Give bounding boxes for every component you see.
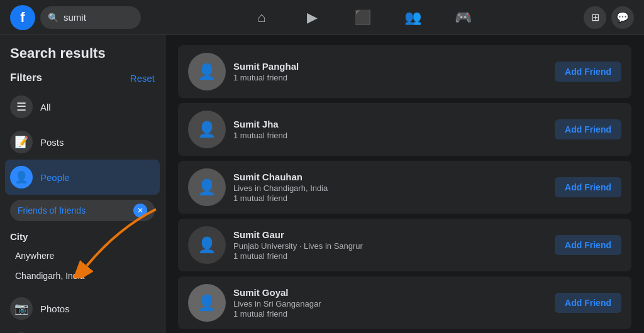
sidebar: Search results Filters Reset ☰ All 📝 Pos…: [0, 35, 165, 333]
search-input[interactable]: [64, 12, 133, 23]
search-box[interactable]: 🔍: [40, 6, 141, 29]
grid-button[interactable]: ⊞: [584, 6, 606, 29]
city-option-chandigarh[interactable]: Chandigarh, India: [10, 266, 155, 286]
avatar-2: 👤: [188, 168, 226, 206]
result-card-1: 👤 Sumit Jha 1 mutual friend Add Friend: [178, 103, 631, 156]
reset-button[interactable]: Reset: [130, 73, 155, 84]
person-info-1: Sumit Jha 1 mutual friend: [233, 119, 547, 141]
sidebar-item-posts[interactable]: 📝 Posts: [5, 124, 160, 160]
add-friend-button-1[interactable]: Add Friend: [555, 119, 621, 139]
sidebar-item-label: People: [40, 172, 70, 183]
gaming-nav-button[interactable]: 🎮: [438, 3, 488, 33]
facebook-logo[interactable]: f: [10, 5, 35, 30]
page-title: Search results: [5, 45, 160, 69]
all-icon: ☰: [10, 96, 33, 118]
filters-header: Filters Reset: [5, 69, 160, 89]
sidebar-item-photos[interactable]: 📷 Photos: [5, 291, 160, 326]
person-info-4: Sumit Goyal Lives in Sri Ganganagar 1 mu…: [233, 287, 547, 319]
sidebar-item-label: All: [40, 102, 51, 112]
nav-icons: ⌂ ▶ ⬛ 👥 🎮: [141, 3, 584, 33]
city-label: City: [10, 231, 155, 242]
result-card-3: 👤 Sumit Gaur Punjab University · Lives i…: [178, 219, 631, 271]
sidebar-item-label: Photos: [40, 303, 70, 314]
messenger-button[interactable]: 💬: [611, 6, 634, 29]
sidebar-item-people[interactable]: 👤 People: [5, 160, 160, 195]
person-info-2: Sumit Chauhan Lives in Chandigarh, India…: [233, 172, 547, 204]
sidebar-item-label: Posts: [40, 137, 64, 148]
person-detail-0: 1 mutual friend: [233, 73, 547, 82]
nav-right: ⊞ 💬: [584, 6, 634, 29]
person-detail4-detail2: 1 mutual friend: [233, 309, 547, 319]
home-nav-button[interactable]: ⌂: [236, 3, 287, 33]
friends-of-friends-label: Friends of friends: [18, 205, 86, 216]
posts-icon: 📝: [10, 131, 33, 153]
search-icon: 🔍: [48, 13, 58, 23]
add-friend-button-2[interactable]: Add Friend: [555, 177, 621, 197]
person-detail-1: 1 mutual friend: [233, 131, 547, 140]
person-name-2: Sumit Chauhan: [233, 172, 547, 182]
friends-of-friends-filter[interactable]: Friends of friends ✕: [10, 200, 155, 221]
main-layout: Search results Filters Reset ☰ All 📝 Pos…: [0, 35, 644, 333]
filters-label: Filters: [10, 72, 42, 84]
avatar-1: 👤: [188, 111, 226, 148]
person-name-0: Sumit Panghal: [233, 61, 547, 72]
photos-icon: 📷: [10, 297, 33, 320]
add-friend-button-4[interactable]: Add Friend: [555, 293, 621, 313]
people-icon: 👤: [10, 166, 33, 188]
person-detail3-detail2: 1 mutual friend: [233, 251, 547, 261]
city-section: City Anywhere Chandigarh, India: [5, 229, 160, 291]
sidebar-item-all[interactable]: ☰ All: [5, 89, 160, 124]
avatar-0: 👤: [188, 53, 226, 90]
result-card-0: 👤 Sumit Panghal 1 mutual friend Add Frie…: [178, 45, 631, 98]
person-name-3: Sumit Gaur: [233, 229, 547, 240]
top-nav: f 🔍 ⌂ ▶ ⬛ 👥 🎮 ⊞ 💬: [0, 0, 644, 35]
person-name-4: Sumit Goyal: [233, 287, 547, 298]
person-name-1: Sumit Jha: [233, 119, 547, 129]
sidebar-item-videos[interactable]: ▶ Videos: [5, 326, 160, 333]
avatar-4: 👤: [188, 284, 226, 322]
groups-nav-button[interactable]: 👥: [387, 3, 438, 33]
add-friend-button-0[interactable]: Add Friend: [555, 62, 621, 82]
avatar-3: 👤: [188, 226, 226, 264]
city-option-anywhere[interactable]: Anywhere: [10, 246, 155, 266]
marketplace-nav-button[interactable]: ⬛: [337, 3, 387, 33]
sub-filter-section: Friends of friends ✕: [5, 195, 160, 229]
content-area: 👤 Sumit Panghal 1 mutual friend Add Frie…: [165, 35, 644, 333]
add-friend-button-3[interactable]: Add Friend: [555, 235, 621, 255]
person-detail2-detail2: 1 mutual friend: [233, 194, 547, 203]
person-detail4-detail1: Lives in Sri Ganganagar: [233, 299, 547, 308]
close-filter-button[interactable]: ✕: [133, 204, 147, 217]
video-nav-button[interactable]: ▶: [287, 3, 337, 33]
person-info-0: Sumit Panghal 1 mutual friend: [233, 61, 547, 83]
person-info-3: Sumit Gaur Punjab University · Lives in …: [233, 229, 547, 261]
result-card-4: 👤 Sumit Goyal Lives in Sri Ganganagar 1 …: [178, 276, 631, 329]
person-detail2-detail1: Lives in Chandigarh, India: [233, 183, 547, 193]
person-detail3-detail1: Punjab University · Lives in Sangrur: [233, 241, 547, 251]
result-card-2: 👤 Sumit Chauhan Lives in Chandigarh, Ind…: [178, 161, 631, 214]
